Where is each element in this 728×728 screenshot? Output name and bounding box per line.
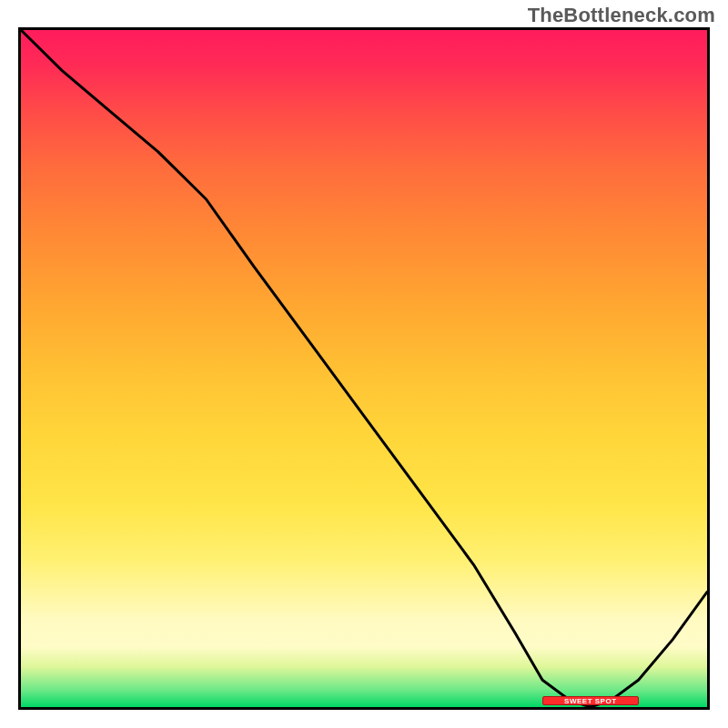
sweet-spot-label: SWEET SPOT bbox=[564, 697, 616, 705]
plot-area: SWEET SPOT bbox=[18, 27, 710, 710]
watermark-text: TheBottleneck.com bbox=[528, 4, 715, 27]
chart-container: TheBottleneck.com SWEET SPOT bbox=[0, 0, 728, 728]
sweet-spot-marker: SWEET SPOT bbox=[542, 696, 639, 705]
bottleneck-curve bbox=[21, 30, 707, 707]
